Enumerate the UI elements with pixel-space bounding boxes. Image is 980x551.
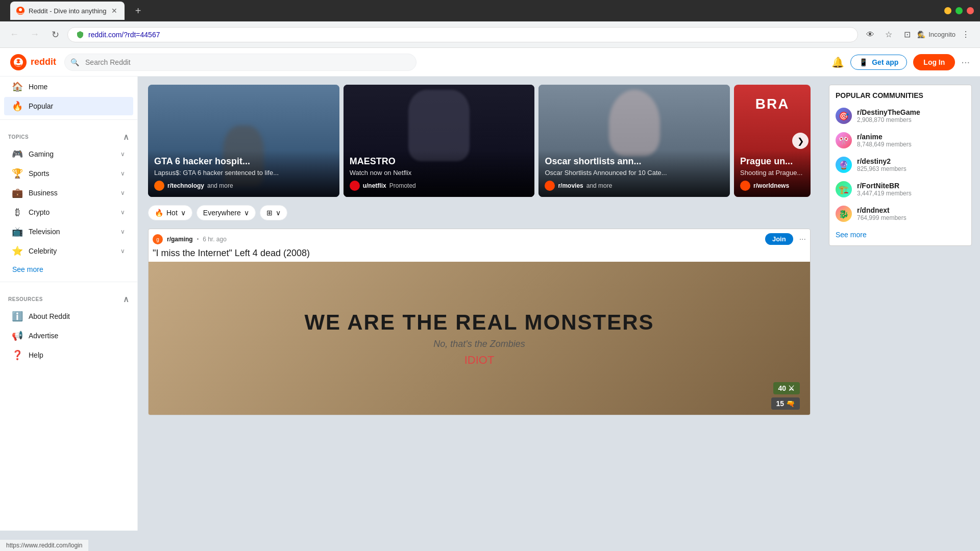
location-filter-dropdown[interactable]: Everywhere ∨ [197,205,256,220]
community-name-4: r/dndnext [857,206,906,214]
crypto-chevron-icon: ∨ [120,209,125,216]
game-overlay: 40 ⚔ [773,382,800,394]
community-name-1: r/anime [857,133,912,141]
active-tab[interactable]: Reddit - Dive into anything ✕ [10,2,125,20]
sidebar-item-gaming[interactable]: 🎮 Gaming ∨ [4,145,133,163]
community-item-0[interactable]: 🎯 r/DestinyTheGame 2,908,870 members [829,104,971,128]
sort-filter-dropdown[interactable]: 🔥 Hot ∨ [148,205,192,220]
topics-see-more-link[interactable]: See more [4,261,133,278]
card-subreddit-3: r/worldnews [753,182,789,189]
profile-icon[interactable]: ⊡ [899,27,915,43]
community-members-1: 8,748,649 members [857,141,912,148]
reddit-logo-text: reddit [31,57,56,67]
sidebar-item-help[interactable]: ❓ Help [4,346,133,364]
community-name-3: r/FortNiteBR [857,182,912,190]
new-tab-button[interactable]: + [131,4,145,18]
card-subtitle-0: Lapsus$: GTA 6 hacker sentenced to life.… [154,169,333,177]
community-item-4[interactable]: 🐉 r/dndnext 764,999 members [829,202,971,226]
community-item-3[interactable]: 🏗️ r/FortNiteBR 3,447,419 members [829,177,971,202]
browser-nav-bar: ← → ↻ 👁 ☆ ⊡ 🕵 Incognito ⋮ [0,21,980,48]
card-meta-0: r/technology and more [154,181,333,191]
back-button[interactable]: ← [6,27,22,43]
address-bar[interactable] [67,27,858,42]
popular-icon: 🔥 [12,101,22,111]
address-input[interactable] [88,31,849,39]
tab-close-button[interactable]: ✕ [110,7,118,15]
sidebar-item-television[interactable]: 📺 Television ∨ [4,222,133,241]
sidebar: 🏠 Home 🔥 Popular TOPICS ∧ 🎮 Gaming ∨ 🏆 S… [0,77,138,531]
card-subreddit-2: r/movies [558,182,583,189]
card-subreddit-1: u/netflix [363,182,386,189]
sidebar-item-crypto[interactable]: ₿ Crypto ∨ [4,203,133,221]
card-extra-0: and more [207,182,233,189]
resources-collapse-button[interactable]: ∧ [123,294,130,304]
popular-communities-title: POPULAR COMMUNITIES [829,85,971,104]
search-bar: 🔍 [64,54,416,71]
post-subreddit-label[interactable]: r/gaming [167,236,193,243]
featured-card-1[interactable]: MAESTRO Watch now on Netflix u/netflix P… [344,85,535,197]
community-name-2: r/destiny2 [857,157,906,165]
celebrity-icon: ⭐ [12,246,22,256]
sort-label: Hot [166,209,178,217]
community-item-1[interactable]: 🎌 r/anime 8,748,649 members [829,128,971,153]
hot-icon: 🔥 [155,209,163,217]
card-extra-2: and more [586,182,612,189]
sidebar-popular-label: Popular [29,102,125,110]
menu-button[interactable]: ⋮ [958,27,974,43]
main-layout: 🏠 Home 🔥 Popular TOPICS ∧ 🎮 Gaming ∨ 🏆 S… [0,77,980,531]
post-title: "I miss the Internet" Left 4 dead (2008) [149,245,810,262]
sidebar-item-celebrity[interactable]: ⭐ Celebrity ∨ [4,242,133,260]
community-icon-2: 🔮 [836,157,852,173]
featured-card-2[interactable]: Oscar shortlists ann... Oscar Shortlists… [538,85,730,197]
sidebar-item-business[interactable]: 💼 Business ∨ [4,184,133,202]
post-time: 6 hr. ago [203,236,227,243]
join-button[interactable]: Join [765,233,793,245]
sidebar-item-advertise[interactable]: 📢 Advertise [4,327,133,345]
login-button[interactable]: Log In [913,54,955,70]
resources-label: RESOURCES [8,296,43,302]
svg-point-4 [16,60,18,62]
sidebar-item-sports[interactable]: 🏆 Sports ∨ [4,164,133,183]
incognito-badge: 🕵 Incognito [917,27,955,43]
more-options-button[interactable]: ··· [961,56,970,68]
get-app-button[interactable]: 📱 Get app [850,55,907,70]
minimize-button[interactable] [944,7,951,14]
status-bar-text: https://www.reddit.com/login [6,542,82,549]
forward-button[interactable]: → [27,27,43,43]
card-subtitle-2: Oscar Shortlists Announced for 10 Cate..… [545,169,724,177]
card-avatar-1 [350,181,360,191]
l4d-middle-text: No, that's the Zombies [304,339,654,349]
filter-bar: 🔥 Hot ∨ Everywhere ∨ ⊞ ∨ [148,205,811,220]
sort-chevron-icon: ∨ [181,209,186,217]
notification-icon[interactable]: 🔔 [831,56,844,68]
community-item-2[interactable]: 🔮 r/destiny2 825,963 members [829,153,971,177]
card-subtitle-3: Shooting at Prague... [740,169,804,177]
sports-chevron-icon: ∨ [120,170,125,177]
close-button[interactable] [967,7,974,14]
sidebar-celebrity-label: Celebrity [29,247,114,255]
eye-slash-icon[interactable]: 👁 [862,27,878,43]
refresh-button[interactable]: ↻ [47,27,63,43]
communities-see-more-link[interactable]: See more [836,231,867,239]
featured-next-button[interactable]: ❯ [792,133,808,149]
search-input[interactable] [64,54,416,71]
sidebar-divider-1 [0,119,137,120]
sidebar-item-home[interactable]: 🏠 Home [4,78,133,96]
sidebar-item-about-reddit[interactable]: ℹ️ About Reddit [4,307,133,325]
sports-icon: 🏆 [12,168,22,179]
sidebar-item-popular[interactable]: 🔥 Popular [4,97,133,115]
status-bar: https://www.reddit.com/login [0,540,88,551]
post-options-button[interactable]: ··· [799,235,806,244]
card-title-3: Prague un... [740,156,804,167]
post-separator: • [197,236,199,242]
sidebar-television-label: Television [29,228,114,236]
bookmark-icon[interactable]: ☆ [880,27,897,43]
topics-collapse-button[interactable]: ∧ [123,132,130,142]
sidebar-about-label: About Reddit [29,312,125,320]
reddit-logo[interactable]: reddit [10,54,56,70]
reddit-logo-icon [10,54,27,70]
maximize-button[interactable] [955,7,963,14]
featured-card-0[interactable]: GTA 6 hacker hospit... Lapsus$: GTA 6 ha… [148,85,339,197]
view-toggle[interactable]: ⊞ ∨ [260,205,287,220]
community-icon-3: 🏗️ [836,181,852,197]
